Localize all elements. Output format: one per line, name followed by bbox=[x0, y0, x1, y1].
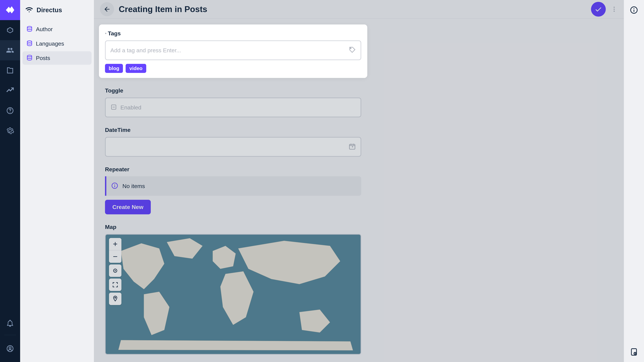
save-button[interactable] bbox=[591, 2, 606, 16]
map-field: Map bbox=[105, 224, 361, 355]
map-zoom-out[interactable] bbox=[109, 250, 122, 263]
tags-input[interactable] bbox=[110, 47, 348, 54]
datetime-label: DateTime bbox=[105, 127, 361, 133]
database-icon bbox=[26, 40, 33, 47]
wifi-icon bbox=[25, 6, 33, 14]
svg-point-6 bbox=[27, 55, 32, 57]
sidebar-item-label: Posts bbox=[36, 55, 50, 61]
svg-point-23 bbox=[115, 270, 116, 271]
map-canvas[interactable] bbox=[105, 234, 361, 355]
svg-point-9 bbox=[614, 10, 615, 12]
create-new-button[interactable]: Create New bbox=[105, 200, 151, 214]
rail-files[interactable] bbox=[0, 60, 20, 80]
sidebar-item-label: Author bbox=[36, 26, 53, 32]
map-label: Map bbox=[105, 224, 361, 230]
tag-presets: blog video bbox=[105, 64, 361, 73]
rail-users[interactable] bbox=[0, 40, 20, 60]
database-icon bbox=[26, 54, 33, 62]
tag-chip-blog[interactable]: blog bbox=[105, 64, 123, 73]
rail-notifications[interactable] bbox=[0, 313, 20, 333]
svg-point-4 bbox=[27, 26, 32, 28]
rail-insights[interactable] bbox=[0, 80, 20, 100]
collections-sidebar: Directus Author Languages Posts bbox=[20, 0, 94, 362]
info-button[interactable] bbox=[624, 0, 644, 20]
map-zoom-in[interactable] bbox=[109, 238, 122, 250]
toggle-field: Toggle Enabled bbox=[105, 87, 361, 117]
tags-label: • Tags bbox=[105, 30, 361, 37]
sidebar-item-author[interactable]: Author bbox=[22, 22, 92, 36]
toggle-control[interactable]: Enabled bbox=[105, 97, 361, 117]
map-pin[interactable] bbox=[109, 293, 122, 305]
sidebar-item-languages[interactable]: Languages bbox=[22, 37, 92, 50]
svg-point-1 bbox=[10, 112, 10, 113]
page-title: Creating Item in Posts bbox=[119, 4, 586, 14]
tag-chip-video[interactable]: video bbox=[126, 64, 146, 73]
repeater-field: Repeater No items Create New bbox=[105, 166, 361, 214]
tags-input-container[interactable] bbox=[105, 40, 361, 60]
indeterminate-checkbox-icon bbox=[110, 104, 117, 111]
repeater-empty-text: No items bbox=[122, 183, 145, 189]
right-rail bbox=[624, 0, 644, 362]
sidebar-header: Directus bbox=[20, 0, 94, 20]
brand-name: Directus bbox=[36, 6, 62, 14]
rail-content[interactable] bbox=[0, 20, 20, 40]
toggle-label: Toggle bbox=[105, 87, 361, 94]
main-panel: Creating Item in Posts • Tags bbox=[94, 0, 624, 362]
map-controls bbox=[109, 238, 122, 305]
more-button[interactable] bbox=[610, 6, 618, 12]
database-icon bbox=[26, 25, 33, 33]
svg-point-20 bbox=[114, 184, 115, 185]
rail-help[interactable] bbox=[0, 100, 20, 121]
svg-point-7 bbox=[614, 7, 615, 8]
tags-field-card: • Tags blog video bbox=[99, 24, 367, 78]
brand-logo[interactable] bbox=[0, 0, 20, 20]
tag-icon bbox=[348, 46, 356, 54]
repeater-label: Repeater bbox=[105, 166, 361, 173]
svg-point-8 bbox=[614, 9, 615, 10]
info-icon bbox=[111, 182, 118, 190]
calendar-icon bbox=[348, 143, 356, 151]
repeater-empty-state: No items bbox=[105, 176, 361, 196]
toggle-text: Enabled bbox=[120, 104, 142, 111]
back-button[interactable] bbox=[100, 2, 114, 16]
svg-point-5 bbox=[27, 41, 32, 42]
topbar: Creating Item in Posts bbox=[94, 0, 624, 19]
svg-point-26 bbox=[634, 8, 634, 9]
svg-point-3 bbox=[9, 347, 11, 349]
revisions-button[interactable] bbox=[624, 342, 644, 362]
datetime-field: DateTime bbox=[105, 127, 361, 157]
rail-account[interactable] bbox=[0, 339, 20, 359]
sidebar-item-label: Languages bbox=[36, 40, 64, 47]
drag-handle-icon: • bbox=[105, 31, 106, 36]
datetime-input[interactable] bbox=[105, 137, 361, 157]
sidebar-item-posts[interactable]: Posts bbox=[22, 51, 92, 65]
map-locate[interactable] bbox=[109, 265, 122, 277]
rail-settings[interactable] bbox=[0, 121, 20, 141]
map-fullscreen[interactable] bbox=[109, 279, 122, 291]
nav-rail bbox=[0, 0, 20, 362]
